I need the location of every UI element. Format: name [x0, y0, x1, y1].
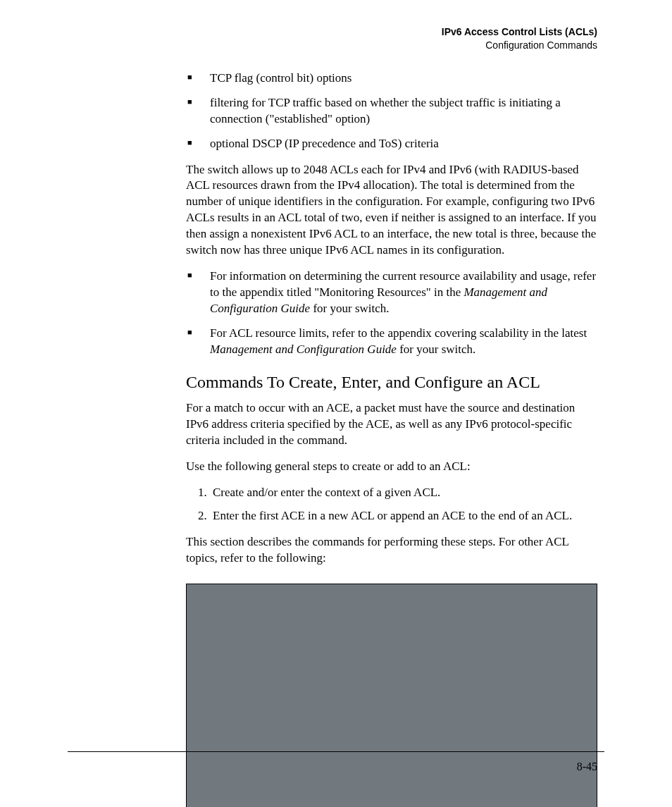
bullet-list-info: For information on determining the curre… [186, 269, 597, 358]
page-header: IPv6 Access Control Lists (ACLs) Configu… [68, 25, 604, 52]
list-item: filtering for TCP traffic based on wheth… [186, 95, 597, 128]
list-item-text: for your switch. [310, 302, 389, 315]
footer-rule [68, 751, 604, 752]
paragraph-match: For a match to occur with an ACE, a pack… [186, 400, 597, 449]
page: IPv6 Access Control Lists (ACLs) Configu… [0, 0, 672, 807]
list-item-text: TCP flag (control bit) options [210, 71, 351, 85]
header-subtitle: Configuration Commands [68, 39, 597, 52]
list-item: For ACL resource limits, refer to the ap… [186, 326, 597, 358]
list-item-text: Create and/or enter the context of a giv… [213, 486, 440, 499]
list-item-text: for your switch. [397, 343, 475, 356]
list-item: Enter the first ACE in a new ACL or appe… [210, 508, 597, 524]
list-item: Create and/or enter the context of a giv… [210, 485, 597, 501]
list-item-text: For ACL resource limits, refer to the ap… [210, 326, 587, 340]
topics-table: Topic Page applying or removing an ACL o… [186, 584, 597, 807]
table-header-page: Page [548, 584, 597, 807]
bullet-list-top: TCP flag (control bit) options filtering… [186, 70, 597, 152]
header-title: IPv6 Access Control Lists (ACLs) [68, 25, 597, 39]
paragraph-switch-limits: The switch allows up to 2048 ACLs each f… [186, 162, 597, 259]
list-item-text: Enter the first ACE in a new ACL or appe… [213, 509, 572, 522]
list-item: TCP flag (control bit) options [186, 70, 597, 87]
section-heading: Commands To Create, Enter, and Configure… [186, 371, 597, 393]
steps-list: Create and/or enter the context of a giv… [186, 485, 597, 524]
paragraph-section-desc: This section describes the commands for … [186, 534, 597, 567]
table-header-topic: Topic [187, 584, 548, 807]
list-item-emphasis: Management and Configuration Guide [210, 343, 397, 356]
list-item-text: optional DSCP (IP precedence and ToS) cr… [210, 137, 439, 150]
table-header-row: Topic Page [187, 584, 597, 807]
list-item: optional DSCP (IP precedence and ToS) cr… [186, 136, 597, 152]
content-area: TCP flag (control bit) options filtering… [186, 70, 597, 807]
page-number: 8-45 [577, 760, 597, 773]
paragraph-steps-intro: Use the following general steps to creat… [186, 459, 597, 475]
list-item: For information on determining the curre… [186, 269, 597, 317]
list-item-text: filtering for TCP traffic based on wheth… [210, 96, 561, 125]
